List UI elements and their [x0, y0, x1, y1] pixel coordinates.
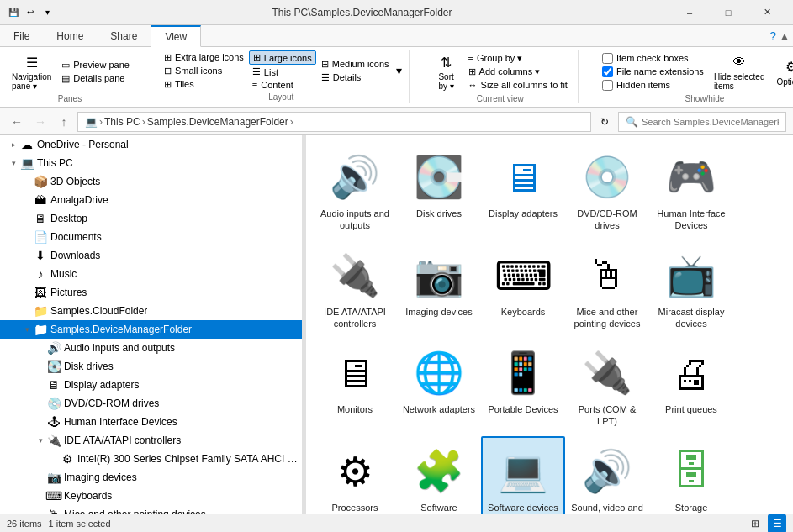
refresh-button[interactable]: ↻	[595, 112, 615, 132]
hidden-items-checkbox[interactable]	[602, 80, 613, 91]
item-check-boxes-checkbox[interactable]	[602, 53, 613, 64]
sidebar-item-dvddrives[interactable]: 💿DVD/CD-ROM drives	[0, 394, 302, 413]
small-icons-button[interactable]: ⊟ Small icons	[161, 65, 247, 77]
sidebar-item-displayadapters[interactable]: 🖥Display adapters	[0, 376, 302, 394]
content-item-audioinputs[interactable]: 🔊Audio inputs and outputs	[313, 142, 397, 240]
tab-share[interactable]: Share	[97, 25, 151, 46]
details-button[interactable]: ☰ Details	[318, 71, 393, 84]
path-thispc[interactable]: This PC	[104, 116, 140, 128]
hide-selected-button[interactable]: 👁 Hide selecteditems	[709, 50, 770, 92]
sidebar-item-audioinputs[interactable]: 🔊Audio inputs and outputs	[0, 339, 302, 357]
group-by-button[interactable]: ≡ Group by ▾	[465, 52, 571, 65]
list-view-button[interactable]: ☰	[768, 514, 786, 533]
item-check-boxes-button[interactable]: Item check boxes	[599, 52, 707, 65]
search-input[interactable]	[642, 117, 779, 127]
tab-view[interactable]: View	[151, 25, 201, 47]
amalgadrive-icon: 🏔	[34, 193, 47, 207]
medium-icons-button[interactable]: ⊞ Medium icons	[318, 58, 393, 71]
navigation-pane-button[interactable]: ☰ Navigationpane ▾	[7, 50, 56, 92]
downloads-label: Downloads	[50, 250, 100, 261]
content-item-monitors[interactable]: 🖥Monitors	[313, 338, 397, 436]
content-item-imagingdevices[interactable]: 📷Imaging devices	[397, 240, 481, 339]
preview-pane-button[interactable]: ▭ Preview pane	[58, 59, 133, 71]
path-folder[interactable]: Samples.DeviceManagerFolder	[147, 116, 288, 128]
content-item-keyboards[interactable]: ⌨Keyboards	[481, 240, 565, 339]
content-item-portabledevices[interactable]: 📱Portable Devices	[481, 338, 565, 436]
diskdrives-label: Disk drives	[64, 361, 114, 372]
sidebar-item-downloads[interactable]: ⬇Downloads	[0, 246, 302, 265]
sidebar-item-amalgadrive[interactable]: 🏔AmalgaDrive	[0, 191, 302, 209]
sidebar-item-ideata[interactable]: 🔌IDE ATA/ATAPI controllers	[0, 431, 302, 450]
tree-toggle-icon[interactable]	[34, 434, 47, 447]
tab-file[interactable]: File	[0, 25, 43, 46]
tree-toggle-icon[interactable]	[20, 323, 34, 336]
tree-toggle-icon[interactable]	[7, 156, 20, 170]
ribbon-help-icon[interactable]: ?	[769, 29, 776, 43]
content-item-networkadapters[interactable]: 🌐Network adapters	[397, 338, 481, 436]
search-box[interactable]: 🔍	[618, 112, 786, 132]
file-name-extensions-checkbox[interactable]	[602, 66, 613, 77]
content-item-softwaredevices[interactable]: 💻Software devices	[481, 436, 565, 514]
ribbon-collapse-icon[interactable]: ▲	[780, 30, 790, 42]
hidden-items-button[interactable]: Hidden items	[599, 79, 707, 92]
sidebar-item-thispc[interactable]: 💻This PC	[0, 154, 302, 172]
content-item-humaninterface[interactable]: 🎮Human Interface Devices	[649, 142, 733, 240]
minimize-button[interactable]: –	[670, 0, 709, 25]
size-columns-button[interactable]: ↔ Size all columns to fit	[465, 79, 571, 91]
sort-by-button[interactable]: ⇅ Sortby ▾	[430, 50, 463, 92]
grid-view-button[interactable]: ⊞	[746, 514, 764, 533]
content-item-miracast[interactable]: 📺Miracast display devices	[649, 240, 733, 339]
quick-undo-icon[interactable]: ↩	[24, 6, 37, 19]
sidebar-item-keyboards[interactable]: ⌨Keyboards	[0, 487, 302, 505]
content-item-printqueues[interactable]: 🖨Print queues	[649, 338, 733, 436]
sidebar-item-3dobjects[interactable]: 📦3D Objects	[0, 172, 302, 191]
sidebar-item-samplescloudfolder[interactable]: 📁Samples.CloudFolder	[0, 302, 302, 320]
sidebar-item-miceother[interactable]: 🖱Mice and other pointing devices	[0, 505, 302, 514]
maximize-button[interactable]: □	[709, 0, 748, 25]
tree-toggle-icon[interactable]	[7, 138, 20, 151]
content-item-portscom[interactable]: 🔌Ports (COM & LPT)	[565, 338, 649, 436]
content-item-displayadapters[interactable]: 🖥Display adapters	[481, 142, 565, 240]
options-button[interactable]: ⚙ Options	[771, 55, 793, 88]
quick-save-icon[interactable]: 💾	[7, 6, 20, 19]
content-button[interactable]: ≡ Content	[249, 79, 316, 91]
forward-button[interactable]: →	[30, 112, 50, 132]
tiles-button[interactable]: ⊞ Tiles	[161, 78, 247, 91]
content-item-processors[interactable]: ⚙Processors	[313, 436, 397, 514]
content-item-soundvideo[interactable]: 🔊Sound, video and game controllers	[565, 436, 649, 514]
quick-dropdown-icon[interactable]: ▾	[40, 6, 54, 19]
content-item-dvddrives[interactable]: 💿DVD/CD-ROM drives	[565, 142, 649, 240]
ideata-label: IDE ATA/ATAPI controllers	[64, 435, 181, 446]
pane-toggle-buttons: ▭ Preview pane ▤ Details pane	[58, 59, 133, 85]
content-item-diskdrives[interactable]: 💽Disk drives	[397, 142, 481, 240]
close-button[interactable]: ✕	[748, 0, 786, 25]
sidebar-item-onedrive[interactable]: ☁OneDrive - Personal	[0, 135, 302, 154]
list-button[interactable]: ☰ List	[249, 66, 316, 78]
sidebar-item-music[interactable]: ♪Music	[0, 265, 302, 283]
sidebar-item-intel[interactable]: ⚙Intel(R) 300 Series Chipset Family SATA…	[0, 450, 302, 468]
details-pane-button[interactable]: ▤ Details pane	[58, 72, 133, 85]
content-item-ideata[interactable]: 🔌IDE ATA/ATAPI controllers	[313, 240, 397, 339]
ribbon-group-show-hide: Item check boxes File name extensions Hi…	[599, 50, 793, 103]
content-item-miceother[interactable]: 🖱Mice and other pointing devices	[565, 240, 649, 339]
content-item-softwarecomponents[interactable]: 🧩Software components	[397, 436, 481, 514]
content-item-storagecontrollers[interactable]: 🗄Storage controllers	[649, 436, 733, 514]
sidebar-item-humaninterface[interactable]: 🕹Human Interface Devices	[0, 413, 302, 431]
tab-home[interactable]: Home	[43, 25, 97, 46]
add-columns-button[interactable]: ⊞ Add columns ▾	[465, 66, 571, 78]
sidebar-item-imagingdevices[interactable]: 📷Imaging devices	[0, 468, 302, 487]
file-name-extensions-button[interactable]: File name extensions	[599, 66, 707, 78]
extra-large-icons-button[interactable]: ⊞ Extra large icons	[161, 51, 247, 64]
sidebar-item-pictures[interactable]: 🖼Pictures	[0, 283, 302, 302]
networkadapters-content-label: Network adapters	[403, 403, 475, 415]
address-path[interactable]: 💻 › This PC › Samples.DeviceManagerFolde…	[77, 112, 591, 132]
back-button[interactable]: ←	[7, 112, 27, 132]
large-icons-button[interactable]: ⊞ Large icons	[249, 50, 316, 65]
downloads-icon: ⬇	[34, 249, 47, 262]
sidebar-item-documents[interactable]: 📄Documents	[0, 228, 302, 246]
layout-dropdown-icon[interactable]: ▾	[396, 64, 402, 77]
sidebar-item-desktop[interactable]: 🖥Desktop	[0, 209, 302, 228]
up-button[interactable]: ↑	[54, 112, 74, 132]
sidebar-item-samplesdevicefolder[interactable]: 📁Samples.DeviceManagerFolder	[0, 320, 302, 339]
sidebar-item-diskdrives[interactable]: 💽Disk drives	[0, 357, 302, 376]
